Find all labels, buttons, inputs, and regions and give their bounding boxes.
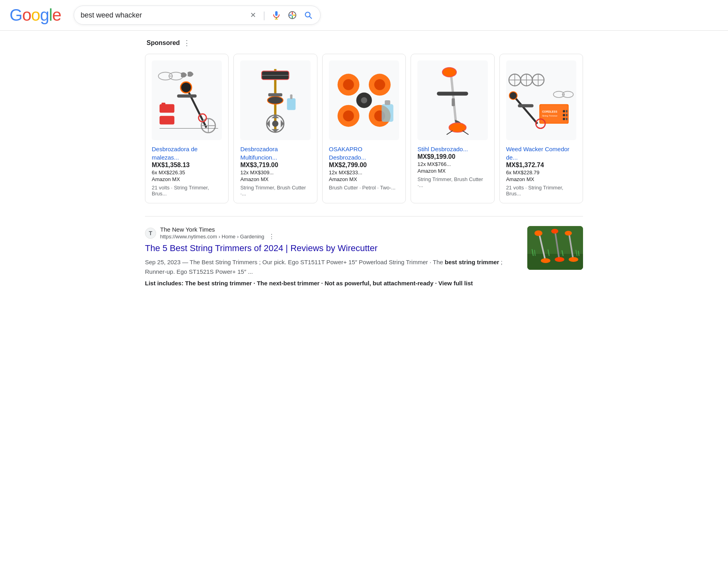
svg-rect-51 bbox=[437, 92, 468, 96]
google-logo[interactable]: Google bbox=[10, 6, 61, 25]
source-favicon: T bbox=[145, 228, 156, 239]
result-menu-icon[interactable]: ⋮ bbox=[268, 233, 275, 240]
product-tags-5: 21 volts · String Trimmer, Brus... bbox=[506, 185, 576, 197]
svg-rect-81 bbox=[566, 114, 568, 116]
product-store-1: Amazon MX bbox=[152, 176, 222, 182]
product-installment-5: 6x MX$228.79 bbox=[506, 170, 576, 175]
snippet-date: Sep 25, 2023 bbox=[145, 259, 180, 265]
svg-rect-15 bbox=[160, 104, 174, 113]
result-title[interactable]: The 5 Best String Trimmers of 2024 | Rev… bbox=[145, 243, 518, 254]
product-price-3: MX$2,799.00 bbox=[329, 162, 399, 169]
svg-rect-46 bbox=[382, 104, 393, 122]
svg-rect-84 bbox=[527, 254, 583, 270]
section-divider bbox=[145, 216, 583, 216]
main-content: Sponsored ⋮ bbox=[145, 31, 583, 304]
svg-text:CORDLESS: CORDLESS bbox=[542, 110, 558, 113]
svg-point-25 bbox=[268, 96, 283, 104]
svg-rect-47 bbox=[385, 100, 390, 105]
svg-rect-33 bbox=[287, 98, 296, 110]
search-submit-icon[interactable] bbox=[303, 10, 314, 21]
result-content: T The New York Times https://www.nytimes… bbox=[145, 226, 518, 287]
product-tags-1: 21 volts · String Trimmer, Brus... bbox=[152, 185, 222, 197]
search-bar-icons: ✕ | bbox=[249, 10, 314, 21]
svg-line-5 bbox=[310, 16, 312, 18]
svg-point-93 bbox=[565, 231, 572, 236]
microphone-icon[interactable] bbox=[271, 10, 282, 21]
source-url-row: https://www.nytimes.com › Home › Gardeni… bbox=[160, 233, 275, 240]
header: Google ✕ | bbox=[0, 0, 728, 31]
svg-point-45 bbox=[361, 97, 367, 103]
product-title-4[interactable]: Stihl Desbrozado... bbox=[417, 146, 468, 152]
svg-rect-82 bbox=[566, 118, 568, 120]
search-input[interactable] bbox=[80, 11, 244, 19]
product-store-5: Amazon MX bbox=[506, 176, 576, 182]
svg-rect-32 bbox=[268, 93, 282, 96]
product-card-3[interactable]: OSAKAPRO Desbrozado... MX$2,799.00 12x M… bbox=[322, 54, 406, 203]
svg-text:String Trimmer: String Trimmer bbox=[542, 115, 558, 117]
search-bar: ✕ | bbox=[74, 6, 321, 25]
svg-point-86 bbox=[541, 258, 550, 263]
svg-point-27 bbox=[272, 121, 279, 127]
product-title-5[interactable]: Weed Wacker Comedor de... bbox=[506, 146, 569, 161]
svg-point-79 bbox=[563, 118, 565, 120]
svg-point-41 bbox=[343, 110, 354, 121]
svg-rect-6 bbox=[152, 65, 222, 135]
result-list-label: List includes: The best string trimmer ·… bbox=[145, 280, 518, 287]
product-card-4[interactable]: Stihl Desbrozado... MX$9,199.00 12x MX$7… bbox=[411, 54, 494, 203]
product-card-1[interactable]: Desbrozadora de malezas... MX$1,358.13 6… bbox=[145, 54, 229, 203]
result-source: T The New York Times https://www.nytimes… bbox=[145, 226, 518, 240]
svg-point-89 bbox=[555, 257, 564, 262]
product-price-2: MX$3,719.00 bbox=[240, 162, 310, 169]
product-price-1: MX$1,358.13 bbox=[152, 162, 222, 169]
svg-point-78 bbox=[563, 114, 565, 116]
product-image-container-3 bbox=[329, 60, 399, 140]
clear-icon[interactable]: ✕ bbox=[249, 11, 257, 19]
svg-point-37 bbox=[343, 79, 354, 90]
sponsored-header: Sponsored ⋮ bbox=[145, 39, 583, 47]
svg-point-50 bbox=[442, 68, 456, 77]
source-info: The New York Times https://www.nytimes.c… bbox=[160, 226, 275, 240]
favicon-letter: T bbox=[149, 230, 153, 236]
svg-rect-16 bbox=[162, 103, 166, 105]
list-label-text: List includes: bbox=[145, 280, 184, 287]
product-installment-1: 6x MX$226.35 bbox=[152, 170, 222, 175]
product-installment-3: 12x MX$233... bbox=[329, 170, 399, 175]
organic-result-1: T The New York Times https://www.nytimes… bbox=[145, 226, 583, 287]
svg-rect-55 bbox=[452, 98, 455, 106]
google-lens-icon[interactable] bbox=[287, 10, 298, 21]
svg-point-11 bbox=[181, 82, 192, 93]
products-grid: Desbrozadora de malezas... MX$1,358.13 6… bbox=[145, 54, 583, 203]
svg-rect-17 bbox=[160, 116, 174, 125]
svg-point-77 bbox=[563, 110, 565, 113]
product-image-container-5: CORDLESS String Trimmer bbox=[506, 60, 576, 140]
product-store-4: Amazon MX bbox=[417, 168, 487, 174]
product-image-container-4 bbox=[417, 60, 487, 140]
snippet-part1: — The Best String Trimmers ; Our pick. E… bbox=[180, 259, 444, 265]
source-url: https://www.nytimes.com › Home › Gardeni… bbox=[160, 234, 264, 240]
product-title-1[interactable]: Desbrozadora de malezas... bbox=[152, 146, 198, 161]
product-installment-4: 12x MX$766... bbox=[417, 161, 487, 167]
product-tags-2: String Trimmer, Brush Cutter ·... bbox=[240, 185, 310, 197]
svg-rect-0 bbox=[275, 11, 278, 16]
product-price-5: MX$1,372.74 bbox=[506, 162, 576, 169]
result-thumbnail bbox=[527, 226, 583, 270]
product-title-2[interactable]: Desbrozadora Multifuncion... bbox=[240, 146, 278, 161]
sponsored-menu-icon[interactable]: ⋮ bbox=[183, 39, 191, 47]
product-store-2: Amazon MX bbox=[240, 176, 310, 182]
divider-line: | bbox=[263, 10, 265, 21]
svg-rect-34 bbox=[290, 94, 293, 99]
product-card-2[interactable]: Desbrozadora Multifuncion... MX$3,719.00… bbox=[233, 54, 317, 203]
svg-point-71 bbox=[509, 92, 517, 99]
sponsored-label: Sponsored bbox=[147, 39, 180, 47]
product-card-5[interactable]: CORDLESS String Trimmer bbox=[499, 54, 583, 203]
result-snippet: Sep 25, 2023 — The Best String Trimmers … bbox=[145, 257, 518, 277]
svg-rect-73 bbox=[518, 104, 533, 107]
product-title-3[interactable]: OSAKAPRO Desbrozado... bbox=[329, 146, 366, 161]
product-tags-3: Brush Cutter · Petrol · Two-... bbox=[329, 185, 399, 191]
svg-point-90 bbox=[551, 229, 558, 234]
svg-point-39 bbox=[374, 79, 385, 90]
list-items-text: The best string trimmer · The next-best … bbox=[184, 280, 473, 287]
snippet-bold: best string trimmer bbox=[445, 259, 499, 265]
product-store-3: Amazon MX bbox=[329, 176, 399, 182]
product-image-container-2 bbox=[240, 60, 310, 140]
